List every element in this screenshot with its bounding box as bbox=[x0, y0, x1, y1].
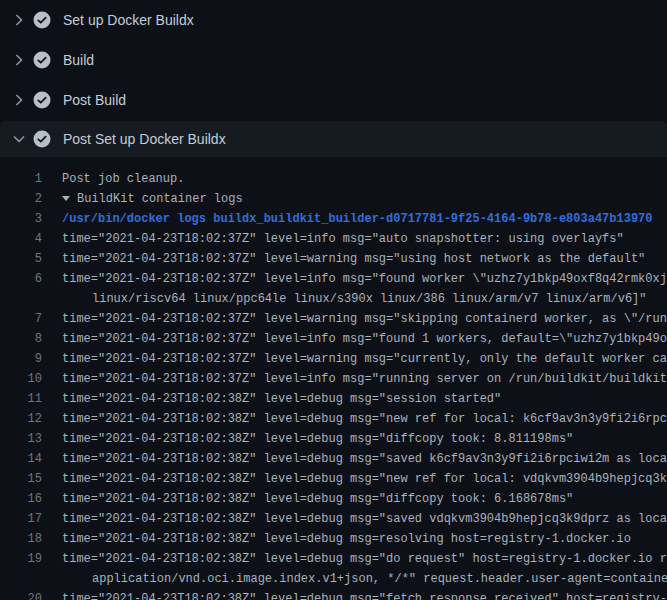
step-label: Post Build bbox=[63, 92, 126, 108]
log-line: 6time="2021-04-23T18:02:37Z" level=info … bbox=[0, 269, 667, 289]
log-line-text: time="2021-04-23T18:02:38Z" level=debug … bbox=[62, 449, 667, 469]
log-command-text: /usr/bin/docker logs buildx_buildkit_bui… bbox=[62, 209, 653, 229]
group-title[interactable]: BuildKit container logs bbox=[77, 192, 243, 206]
log-line-number[interactable]: 12 bbox=[0, 409, 42, 429]
log-line-text: time="2021-04-23T18:02:38Z" level=debug … bbox=[62, 389, 501, 409]
log-line-number[interactable]: 4 bbox=[0, 229, 42, 249]
log-line-number[interactable]: 19 bbox=[0, 549, 42, 569]
log-line: 9time="2021-04-23T18:02:37Z" level=warni… bbox=[0, 349, 667, 369]
log-line-number[interactable]: 6 bbox=[0, 269, 42, 289]
check-circle-icon bbox=[33, 11, 51, 29]
log-line: 7time="2021-04-23T18:02:37Z" level=warni… bbox=[0, 309, 667, 329]
log-line-number[interactable]: 5 bbox=[0, 249, 42, 269]
check-circle-icon bbox=[33, 51, 51, 69]
log-line-number[interactable]: 11 bbox=[0, 389, 42, 409]
log-line: 4time="2021-04-23T18:02:37Z" level=info … bbox=[0, 229, 667, 249]
chevron-down-icon[interactable] bbox=[11, 131, 27, 147]
log-line: 8time="2021-04-23T18:02:37Z" level=info … bbox=[0, 329, 667, 349]
log-line: 18time="2021-04-23T18:02:38Z" level=debu… bbox=[0, 529, 667, 549]
log-line-number[interactable]: 3 bbox=[0, 209, 42, 229]
log-line-text: time="2021-04-23T18:02:38Z" level=debug … bbox=[62, 549, 667, 569]
log-line: 10time="2021-04-23T18:02:37Z" level=info… bbox=[0, 369, 667, 389]
group-expander-icon[interactable] bbox=[62, 196, 70, 201]
log-line-text: time="2021-04-23T18:02:37Z" level=info m… bbox=[62, 329, 667, 349]
log-line: 2BuildKit container logs bbox=[0, 189, 667, 209]
log-line: 15time="2021-04-23T18:02:38Z" level=debu… bbox=[0, 469, 667, 489]
step-label: Set up Docker Buildx bbox=[63, 12, 194, 28]
log-line-number[interactable]: 20 bbox=[0, 589, 42, 600]
log-line-number-empty bbox=[0, 569, 42, 589]
check-circle-icon bbox=[33, 130, 51, 148]
log-line: 20time="2021-04-23T18:02:38Z" level=debu… bbox=[0, 589, 667, 600]
log-line-text: time="2021-04-23T18:02:37Z" level=info m… bbox=[62, 229, 624, 249]
workflow-log-panel: Set up Docker BuildxBuildPost BuildPost … bbox=[0, 0, 667, 600]
log-line-number[interactable]: 7 bbox=[0, 309, 42, 329]
log-line-number[interactable]: 13 bbox=[0, 429, 42, 449]
log-line-number[interactable]: 9 bbox=[0, 349, 42, 369]
chevron-right-icon[interactable] bbox=[11, 52, 27, 68]
log-line-text: Post job cleanup. bbox=[62, 169, 184, 189]
log-line-number[interactable]: 14 bbox=[0, 449, 42, 469]
log-line-text: time="2021-04-23T18:02:38Z" level=debug … bbox=[62, 509, 667, 529]
log-line-text: BuildKit container logs bbox=[62, 189, 243, 209]
log-line-number[interactable]: 18 bbox=[0, 529, 42, 549]
log-line: 11time="2021-04-23T18:02:38Z" level=debu… bbox=[0, 389, 667, 409]
log-line-number[interactable]: 17 bbox=[0, 509, 42, 529]
log-line-text: time="2021-04-23T18:02:37Z" level=info m… bbox=[62, 269, 667, 289]
step-row-post-build[interactable]: Post Build bbox=[0, 80, 667, 120]
log-viewer: 1Post job cleanup.2BuildKit container lo… bbox=[0, 157, 667, 600]
log-line: 17time="2021-04-23T18:02:38Z" level=debu… bbox=[0, 509, 667, 529]
log-line-number[interactable]: 10 bbox=[0, 369, 42, 389]
chevron-right-icon[interactable] bbox=[11, 12, 27, 28]
log-line: 1Post job cleanup. bbox=[0, 169, 667, 189]
chevron-right-icon[interactable] bbox=[11, 92, 27, 108]
log-line-text: application/vnd.oci.image.index.v1+json,… bbox=[92, 569, 667, 589]
log-line-text: time="2021-04-23T18:02:37Z" level=info m… bbox=[62, 369, 667, 389]
step-row-build[interactable]: Build bbox=[0, 40, 667, 80]
log-line-text: time="2021-04-23T18:02:38Z" level=debug … bbox=[62, 489, 573, 509]
log-line-number-empty bbox=[0, 289, 42, 309]
log-line: 16time="2021-04-23T18:02:38Z" level=debu… bbox=[0, 489, 667, 509]
log-line: 5time="2021-04-23T18:02:37Z" level=warni… bbox=[0, 249, 667, 269]
log-line-text: time="2021-04-23T18:02:38Z" level=debug … bbox=[62, 529, 631, 549]
log-line-text: time="2021-04-23T18:02:37Z" level=warnin… bbox=[62, 249, 645, 269]
step-label: Post Set up Docker Buildx bbox=[63, 131, 226, 147]
log-line: 13time="2021-04-23T18:02:38Z" level=debu… bbox=[0, 429, 667, 449]
log-line-number[interactable]: 16 bbox=[0, 489, 42, 509]
log-line: 14time="2021-04-23T18:02:38Z" level=debu… bbox=[0, 449, 667, 469]
log-line: linux/riscv64 linux/ppc64le linux/s390x … bbox=[0, 289, 667, 309]
log-line: 12time="2021-04-23T18:02:38Z" level=debu… bbox=[0, 409, 667, 429]
log-line-number[interactable]: 15 bbox=[0, 469, 42, 489]
log-line-text: time="2021-04-23T18:02:37Z" level=warnin… bbox=[62, 309, 667, 329]
log-line-number[interactable]: 2 bbox=[0, 189, 42, 209]
log-line-number[interactable]: 1 bbox=[0, 169, 42, 189]
log-line-text: time="2021-04-23T18:02:37Z" level=warnin… bbox=[62, 349, 667, 369]
log-line: 3/usr/bin/docker logs buildx_buildkit_bu… bbox=[0, 209, 667, 229]
log-line: 19time="2021-04-23T18:02:38Z" level=debu… bbox=[0, 549, 667, 569]
log-line-text: time="2021-04-23T18:02:38Z" level=debug … bbox=[62, 429, 573, 449]
step-row-post-set-up-docker-buildx[interactable]: Post Set up Docker Buildx bbox=[0, 121, 667, 157]
log-line-text: linux/riscv64 linux/ppc64le linux/s390x … bbox=[92, 289, 647, 309]
step-row-set-up-docker-buildx[interactable]: Set up Docker Buildx bbox=[0, 0, 667, 40]
steps-list: Set up Docker BuildxBuildPost BuildPost … bbox=[0, 0, 667, 157]
log-line-text: time="2021-04-23T18:02:38Z" level=debug … bbox=[62, 409, 667, 429]
log-line-text: time="2021-04-23T18:02:38Z" level=debug … bbox=[62, 589, 667, 600]
log-line-text: time="2021-04-23T18:02:38Z" level=debug … bbox=[62, 469, 667, 489]
log-line-number[interactable]: 8 bbox=[0, 329, 42, 349]
log-line: application/vnd.oci.image.index.v1+json,… bbox=[0, 569, 667, 589]
check-circle-icon bbox=[33, 91, 51, 109]
step-label: Build bbox=[63, 52, 94, 68]
